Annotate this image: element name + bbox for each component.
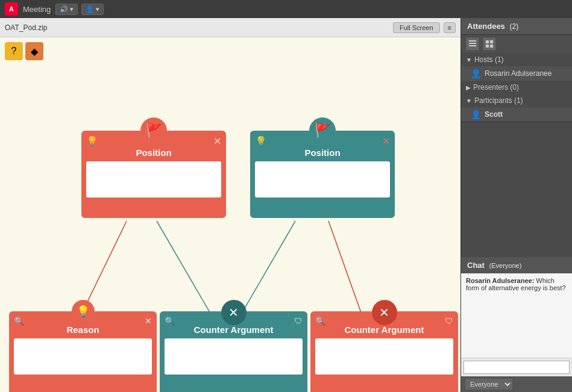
full-screen-button[interactable]: Full Screen xyxy=(393,22,440,33)
chat-input[interactable] xyxy=(464,361,570,374)
host-avatar-icon: 👤 xyxy=(471,69,481,78)
people-dropdown-icon: ▾ xyxy=(96,5,99,13)
svg-rect-10 xyxy=(490,45,493,48)
position1-textarea[interactable] xyxy=(86,161,221,198)
counter1-textarea[interactable] xyxy=(165,338,303,375)
attendees-spacer xyxy=(461,122,572,257)
chat-messages: Rosarin Adulseranee: Which form of alter… xyxy=(461,273,572,358)
chat-scope: (Everyone) xyxy=(489,262,522,269)
position2-textarea[interactable] xyxy=(255,161,390,198)
audio-dropdown-icon: ▾ xyxy=(70,5,74,13)
chat-panel: Chat (Everyone) Rosarin Adulseranee: Whi… xyxy=(461,257,572,392)
reason-node: 💡 🔍 ✕ Reason xyxy=(9,311,157,392)
reason-search-icon: 🔍 xyxy=(14,316,24,326)
attendees-section: Attendees (2) ▼ Hosts (1) 👤 Rosarin Adul… xyxy=(461,18,572,122)
svg-rect-8 xyxy=(490,40,493,43)
chat-header: Chat (Everyone) xyxy=(461,257,572,273)
audio-icon: 🔊 xyxy=(60,5,68,13)
counter1-node: ✕ 🔍 🛡 Counter Argument xyxy=(160,311,307,392)
counter2-title: Counter Argument xyxy=(315,325,453,335)
svg-rect-6 xyxy=(469,45,476,46)
position1-close-icon[interactable]: ✕ xyxy=(213,135,221,147)
grid-icon-svg xyxy=(486,40,493,48)
hosts-triangle: ▼ xyxy=(466,57,472,63)
position2-flag-badge: 🚩 xyxy=(309,117,336,144)
counter2-search-icon: 🔍 xyxy=(315,316,325,326)
svg-line-2 xyxy=(241,221,295,314)
position1-node: 🚩 💡 ✕ Position xyxy=(81,131,226,218)
right-panel: Attendees (2) ▼ Hosts (1) 👤 Rosarin Adul… xyxy=(460,18,572,392)
top-bar-controls: 🔊 ▾ 👤 ▾ xyxy=(55,4,104,15)
reason-textarea[interactable] xyxy=(14,338,152,375)
host-name: Rosarin Adulseranee xyxy=(485,69,552,78)
position1-bulb-icon: 💡 xyxy=(86,135,98,147)
position1-title: Position xyxy=(86,148,221,158)
canvas-tools: ? ◆ xyxy=(5,42,43,60)
people-icon: 👤 xyxy=(86,5,94,13)
counter2-node: ✕ 🔍 🛡 Counter Argument xyxy=(310,311,458,392)
svg-line-1 xyxy=(157,221,211,314)
reason-card: 🔍 ✕ Reason xyxy=(9,311,157,392)
question-tool[interactable]: ? xyxy=(5,42,23,60)
canvas-area: ? ◆ 🚩 xyxy=(0,37,460,392)
svg-rect-9 xyxy=(486,45,489,48)
participant-avatar-icon: 👤 xyxy=(471,110,481,119)
participant-item: 👤 Scott xyxy=(461,107,572,122)
attendees-header: Attendees (2) xyxy=(461,18,572,35)
position2-node: 🚩 💡 ✕ Position xyxy=(250,131,395,218)
content-area: OAT_Pod.zip Full Screen ≡ ? ◆ xyxy=(0,18,460,392)
main-layout: OAT_Pod.zip Full Screen ≡ ? ◆ xyxy=(0,18,572,392)
participants-label: Participants (1) xyxy=(474,96,523,105)
hosts-section-header[interactable]: ▼ Hosts (1) xyxy=(461,53,572,66)
counter1-shield-icon: 🛡 xyxy=(294,316,303,326)
counter2-top-badge: ✕ xyxy=(372,300,397,325)
presenters-label: Presenters (0) xyxy=(473,83,519,92)
attendees-icons-row xyxy=(461,35,572,53)
menu-button[interactable]: ≡ xyxy=(444,22,456,33)
position2-title: Position xyxy=(255,148,390,158)
participants-section-header[interactable]: ▼ Participants (1) xyxy=(461,94,572,107)
reason-top-badge: 💡 xyxy=(72,300,95,323)
chat-title: Chat xyxy=(467,261,485,270)
attendees-title: Attendees xyxy=(467,22,505,31)
position2-close-icon[interactable]: ✕ xyxy=(382,135,390,147)
attendees-count: (2) xyxy=(509,22,518,31)
top-bar: A Meeting 🔊 ▾ 👤 ▾ xyxy=(0,0,572,18)
toolbar-row: OAT_Pod.zip Full Screen ≡ xyxy=(0,18,460,37)
attendees-grid-icon[interactable] xyxy=(483,37,496,51)
counter1-search-icon: 🔍 xyxy=(165,316,175,326)
position2-bulb-icon: 💡 xyxy=(255,135,267,147)
chat-input-area xyxy=(461,358,572,376)
people-button[interactable]: 👤 ▾ xyxy=(81,4,104,15)
presenters-section-header[interactable]: ▶ Presenters (0) xyxy=(461,81,572,94)
reason-title: Reason xyxy=(14,325,152,335)
svg-rect-7 xyxy=(486,40,489,43)
participants-triangle: ▼ xyxy=(466,98,472,104)
svg-line-0 xyxy=(81,221,127,314)
counter2-textarea[interactable] xyxy=(315,338,453,375)
counter1-top-badge: ✕ xyxy=(221,300,247,325)
participant-name: Scott xyxy=(485,110,503,119)
host-item: 👤 Rosarin Adulseranee xyxy=(461,66,572,81)
chat-footer: Everyone xyxy=(461,376,572,392)
svg-line-3 xyxy=(328,221,362,314)
adobe-logo: A xyxy=(5,2,18,16)
counter1-title: Counter Argument xyxy=(165,325,303,335)
position1-flag-badge: 🚩 xyxy=(140,117,167,144)
diamond-tool[interactable]: ◆ xyxy=(25,42,43,60)
chat-recipient-dropdown[interactable]: Everyone xyxy=(465,378,513,390)
hosts-label: Hosts (1) xyxy=(474,55,504,64)
audio-button[interactable]: 🔊 ▾ xyxy=(55,4,78,15)
counter2-shield-icon: 🛡 xyxy=(445,316,453,326)
svg-rect-5 xyxy=(469,43,476,44)
svg-rect-4 xyxy=(469,40,476,42)
file-label: OAT_Pod.zip xyxy=(5,23,389,32)
attendees-list-icon[interactable] xyxy=(466,37,479,51)
chat-sender: Rosarin Adulseranee: xyxy=(466,277,534,284)
presenters-triangle: ▶ xyxy=(466,84,471,91)
list-icon-svg xyxy=(469,40,476,48)
reason-close-icon[interactable]: ✕ xyxy=(145,316,152,326)
meeting-label: Meeting xyxy=(23,5,51,14)
